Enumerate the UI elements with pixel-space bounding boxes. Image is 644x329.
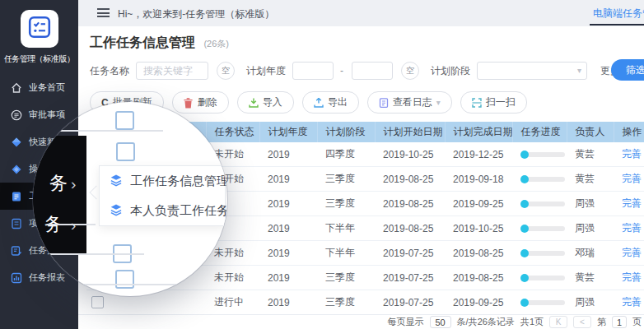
plan-stage-select[interactable] <box>477 62 587 80</box>
plan-year-cell: 2019 <box>259 142 317 167</box>
import-button[interactable]: 导入 <box>237 91 294 114</box>
plan-year-cell: 2019 <box>259 216 317 241</box>
plan-stage-cell: 三季度 <box>317 266 375 290</box>
layers-icon <box>110 174 123 189</box>
actions-cell: 完善 <box>614 266 644 290</box>
task-progress-cell <box>512 142 567 167</box>
execution-icon <box>11 245 22 257</box>
task-progress-cell <box>512 266 567 290</box>
plan-year-from-input[interactable] <box>292 62 334 80</box>
sidebar-item-business-home[interactable]: 业务首页 <box>0 74 78 101</box>
log-document-icon <box>379 98 389 108</box>
project-icon <box>11 218 22 229</box>
improve-link[interactable]: 完善 <box>622 197 642 209</box>
magnifier-circle: 务 务 工作任务信息管理 本人负责工作任务 <box>33 102 227 296</box>
record-count-badge: (26条) <box>203 39 229 49</box>
plan-year-cell: 2019 <box>259 290 317 315</box>
magnified-menu-fragment: 务 <box>49 174 68 192</box>
magnified-checkbox <box>116 142 135 161</box>
task-management-app: Hi~，欢迎来到-任务管理（标准版） 电脑端任务管理 工作任务信息管理 (26条… <box>0 0 644 329</box>
prev-page-button[interactable]: < <box>573 316 591 328</box>
improve-link[interactable]: 完善 <box>622 271 642 283</box>
toolbar: C 批量刷新 删除 导入 导出 <box>90 91 644 114</box>
table-row: 进行中2019三季度2019-07-252019-09-25周强完善 <box>86 290 644 315</box>
task-progress-cell <box>512 167 567 192</box>
progress-track <box>522 177 565 182</box>
plan-stage-cell: 下半年 <box>317 216 375 241</box>
scan-icon <box>472 98 482 108</box>
row-checkbox[interactable] <box>91 296 104 308</box>
total-records-label: 条/共26条记录 <box>457 316 515 328</box>
owner-cell: 黄芸 <box>567 167 614 192</box>
actions-cell: 完善 <box>614 192 644 216</box>
plan-start-date-cell: 2019-08-25 <box>375 167 445 192</box>
actions-cell: 完善 <box>614 290 644 315</box>
task-progress-cell <box>512 216 567 241</box>
task-name-label: 任务名称 <box>90 64 129 78</box>
approval-icon <box>11 109 22 121</box>
plan-start-date-cell: 2019-08-25 <box>375 216 445 241</box>
progress-track <box>522 300 565 305</box>
delete-button[interactable]: 删除 <box>172 91 229 114</box>
task-progress-cell <box>512 241 567 266</box>
current-page-input[interactable]: 1 <box>612 316 627 328</box>
home-icon <box>11 82 22 94</box>
plan-stage-cell: 四季度 <box>317 142 375 167</box>
progress-dot <box>520 151 529 159</box>
column-header: 计划阶段 <box>317 122 375 142</box>
improve-link[interactable]: 完善 <box>622 148 642 160</box>
per-page-input[interactable]: 50 <box>430 316 451 328</box>
magnified-checkbox <box>115 111 134 130</box>
actions-cell: 完善 <box>614 241 644 266</box>
chevron-down-icon <box>577 67 581 75</box>
plan-stage-cell: 下半年 <box>317 241 375 266</box>
progress-track <box>522 276 565 280</box>
improve-link[interactable]: 完善 <box>622 173 642 184</box>
progress-dot <box>520 274 529 282</box>
owner-cell: 周强 <box>567 192 614 216</box>
page-title: 工作任务信息管理 <box>90 35 195 49</box>
first-page-button[interactable]: K <box>549 316 567 328</box>
submenu-item-work-task-info[interactable]: 工作任务信息管理 <box>100 166 225 196</box>
layers-icon <box>110 203 123 219</box>
plan-stage-label: 计划阶段 <box>431 64 470 78</box>
import-icon <box>249 98 259 108</box>
progress-track <box>522 251 565 256</box>
column-header: 计划年度 <box>259 122 317 142</box>
owner-cell: 黄芸 <box>567 266 614 290</box>
quick-create-icon <box>11 137 22 148</box>
progress-track <box>522 202 565 206</box>
actions-cell: 完善 <box>614 167 644 192</box>
scan-button[interactable]: 扫一扫 <box>460 91 527 114</box>
improve-link[interactable]: 完善 <box>622 247 642 258</box>
owner-cell: 周强 <box>567 216 614 241</box>
plan-stage-cell: 三季度 <box>317 290 375 315</box>
submenu-item-my-work-tasks[interactable]: 本人负责工作任务 <box>100 196 225 225</box>
export-button[interactable]: 导出 <box>302 91 359 114</box>
view-log-button[interactable]: 查看日志 <box>367 91 452 114</box>
range-separator: - <box>340 65 343 76</box>
app-name: 任务管理（标准版） <box>0 53 78 65</box>
welcome-text: Hi~，欢迎来到-任务管理（标准版） <box>118 7 274 21</box>
progress-dot <box>520 200 529 208</box>
filter-submit-button[interactable]: 筛选 <box>611 59 644 81</box>
task-name-input[interactable] <box>136 62 208 80</box>
improve-link[interactable]: 完善 <box>622 296 642 308</box>
empty-filter-button[interactable]: 空 <box>401 62 419 80</box>
plan-year-to-input[interactable] <box>352 62 393 80</box>
tab-pc-task-management[interactable]: 电脑端任务管理 <box>593 7 644 21</box>
progress-dot <box>520 249 529 257</box>
hamburger-menu-icon[interactable] <box>97 8 110 17</box>
improve-link[interactable]: 完善 <box>622 222 642 234</box>
plan-year-label: 计划年度 <box>246 64 286 78</box>
magnified-row-divider <box>48 224 96 225</box>
progress-dot <box>520 299 529 307</box>
actions-cell: 完善 <box>614 142 644 167</box>
column-header: 计划开始日期 <box>375 122 445 142</box>
column-header: 计划完成日期 <box>445 122 512 142</box>
plan-start-date-cell: 2019-07-25 <box>375 290 445 315</box>
page-prefix-label: 第 <box>597 316 606 328</box>
owner-cell: 周强 <box>567 290 614 315</box>
empty-filter-button[interactable]: 空 <box>217 62 235 80</box>
export-icon <box>314 98 324 108</box>
